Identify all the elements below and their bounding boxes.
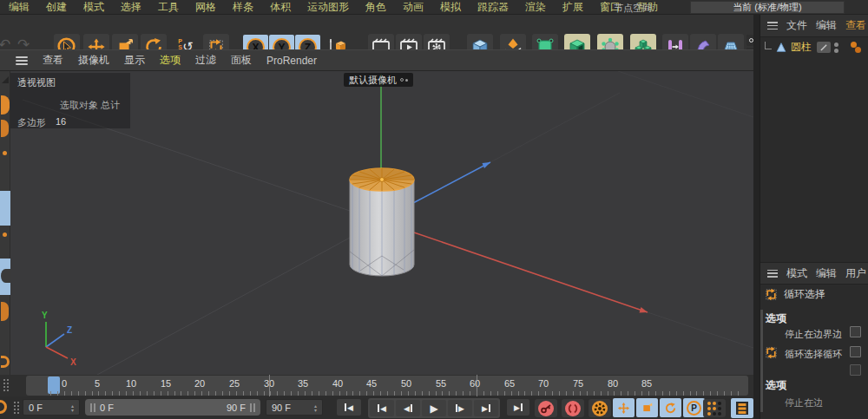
object-manager-header: 文件 编辑 查看 (760, 15, 868, 37)
record-rotation-toggle[interactable] (660, 398, 681, 417)
vp-menu-options[interactable]: 选项 (160, 53, 181, 68)
goto-start-button[interactable]: ◀ (337, 399, 361, 416)
menu-tools[interactable]: 工具 (158, 0, 179, 15)
menu-simulate[interactable]: 模拟 (440, 0, 461, 15)
cylinder-object[interactable] (350, 168, 414, 276)
parameter-icon: P (687, 401, 701, 416)
menu-extensions[interactable]: 扩展 (562, 0, 583, 15)
toolbar-grip[interactable] (13, 401, 19, 415)
attribute-menu-icon[interactable] (767, 270, 778, 278)
camera-label-pill[interactable]: 默认摄像机 (344, 73, 413, 87)
menu-create[interactable]: 创建 (46, 0, 67, 15)
ruler-tick: 5 (95, 378, 100, 389)
axis-gizmo: Y Z X (42, 311, 76, 367)
menu-mode[interactable]: 模式 (83, 0, 104, 15)
spinner-arrows-icon[interactable]: ▴▾ (71, 403, 74, 412)
left-toolbar-fragment[interactable] (3, 232, 7, 237)
view-label: 透视视图 (17, 76, 56, 89)
gizmo-z-label: Z (67, 325, 72, 335)
vp-menu-display[interactable]: 显示 (124, 53, 145, 68)
attribute-manager-header: 模式 编辑 用户 (760, 262, 868, 285)
camera-icon (400, 78, 408, 82)
am-menu-mode[interactable]: 模式 (786, 266, 807, 281)
goto-end-button[interactable]: ▶ (507, 399, 529, 416)
point-level-animation-button[interactable] (703, 399, 726, 417)
left-toolbar-fragment[interactable] (2, 76, 9, 83)
left-toolbar-fragment[interactable] (1, 95, 10, 115)
om-menu-view[interactable]: 查看 (845, 18, 866, 33)
previous-frame-button[interactable]: ◀ (396, 400, 420, 416)
menu-character[interactable]: 角色 (365, 0, 386, 15)
timeline-ruler[interactable]: 0 5 10 15 20 25 30 35 40 45 50 55 60 65 … (0, 375, 753, 396)
stop-at-boundary-checkbox[interactable] (850, 326, 861, 337)
frame-tick-marks (50, 391, 745, 396)
object-name[interactable]: 圆柱 (791, 40, 812, 55)
panel-scrollbar[interactable] (760, 310, 763, 412)
keying-settings-button[interactable] (589, 399, 611, 417)
left-toolbar-fragment[interactable] (3, 151, 7, 155)
vp-menu-filter[interactable]: 过滤 (195, 53, 216, 68)
menu-mograph[interactable]: 运动图形 (307, 0, 349, 15)
options-section-header-2[interactable]: 选项 (766, 378, 786, 393)
left-toolbar-fragment[interactable] (0, 191, 10, 226)
object-manager-menu-icon[interactable] (767, 22, 778, 29)
om-menu-file[interactable]: 文件 (786, 18, 807, 33)
play-button[interactable]: ▶ (422, 400, 446, 416)
am-menu-user[interactable]: 用户 (845, 266, 866, 281)
record-position-toggle[interactable] (613, 398, 635, 417)
viewport-menu-icon[interactable] (16, 56, 28, 65)
range-start-handle[interactable] (90, 403, 95, 412)
goto-end-icon: ▶ (514, 403, 520, 412)
spinner-arrows-icon[interactable]: ▴▾ (314, 403, 317, 412)
menu-render[interactable]: 渲染 (525, 0, 546, 15)
timeline-grip[interactable] (3, 378, 9, 392)
om-menu-edit[interactable]: 编辑 (816, 18, 837, 33)
stop-at-edge-label: 停止在边 (785, 396, 823, 409)
next-frame-button[interactable]: ▶ (448, 400, 472, 416)
polygon-count: 多边形16 (17, 116, 46, 129)
edit-state-icon[interactable] (817, 42, 831, 53)
vp-menu-camera[interactable]: 摄像机 (78, 53, 109, 68)
menu-volume[interactable]: 体积 (270, 0, 291, 15)
node-space-dropdown[interactable]: 当前 (标准/物理) (690, 1, 845, 14)
left-toolbar-fragment[interactable] (1, 356, 10, 368)
options-section-header[interactable]: 选项 (766, 311, 786, 326)
object-axis-dot (380, 178, 385, 182)
menu-mesh[interactable]: 网格 (195, 0, 216, 15)
menu-select[interactable]: 选择 (121, 0, 141, 15)
object-row-cylinder[interactable]: 圆柱 (760, 37, 868, 57)
menu-tracker[interactable]: 跟踪器 (477, 0, 509, 15)
record-channel-toggles: P (613, 398, 705, 417)
animation-toolbar: 0 F ▴▾ 0 F 90 F 90 F ▴▾ ◀ ◀ ◀ ▶ ▶ ▶ ▶ (0, 396, 753, 419)
end-frame-field[interactable]: 90 F ▴▾ (266, 399, 323, 416)
select-loop-checkbox[interactable] (850, 346, 861, 357)
record-scale-toggle[interactable] (636, 398, 658, 417)
vp-menu-prorender[interactable]: ProRender (266, 55, 317, 67)
record-parameter-toggle[interactable]: P (683, 398, 705, 417)
menu-animate[interactable]: 动画 (403, 0, 424, 15)
panel-divider[interactable] (753, 15, 760, 419)
preview-range-slider[interactable]: 0 F 90 F (85, 399, 260, 416)
menu-edit[interactable]: 编辑 (9, 0, 30, 15)
extra-checkbox[interactable] (850, 364, 861, 376)
left-toolbar-fragment[interactable] (1, 302, 9, 321)
current-frame-field[interactable]: 0 F ▴▾ (23, 399, 80, 416)
record-keyframe-button[interactable] (535, 399, 557, 417)
vp-menu-panel[interactable]: 面板 (231, 53, 252, 68)
previous-key-button[interactable]: ◀ (370, 400, 394, 416)
left-toolbar-fragment[interactable] (1, 120, 9, 137)
range-end-handle[interactable] (250, 403, 255, 412)
am-menu-edit[interactable]: 编辑 (816, 266, 837, 281)
object-tags-icon[interactable] (851, 42, 861, 54)
vp-menu-view[interactable]: 查看 (43, 53, 63, 68)
ruler-tick: 55 (436, 378, 446, 389)
timeline-window-button[interactable] (731, 398, 753, 418)
next-key-button[interactable]: ▶ (474, 400, 498, 416)
autokey-button[interactable] (562, 399, 584, 417)
ruler-tick: 65 (504, 378, 515, 389)
menu-spline[interactable]: 样条 (233, 0, 253, 15)
visibility-dots-icon[interactable] (834, 43, 838, 53)
ruler-tick: 85 (641, 378, 652, 389)
position-icon (617, 402, 630, 415)
perspective-viewport[interactable]: Y Z X 透视视图 选取对象 总计 多边形16 默认摄像机 (10, 71, 753, 375)
